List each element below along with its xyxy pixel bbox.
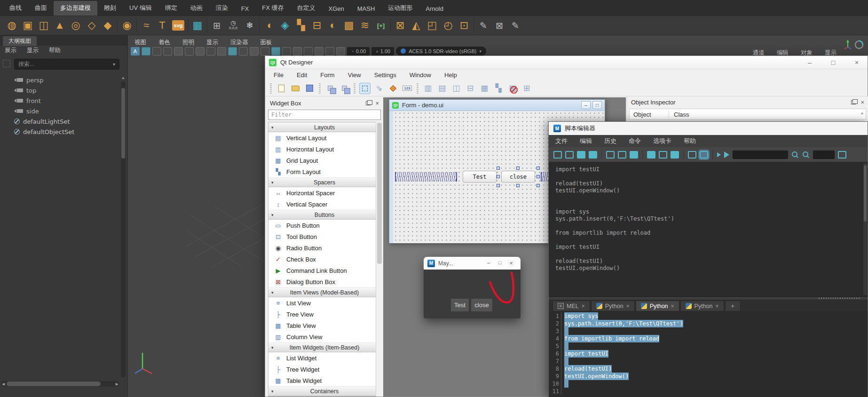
quad-draw-icon[interactable]: ▚ — [293, 18, 309, 33]
snap-origin-icon[interactable]: ◷ 0,0,0 — [225, 20, 242, 31]
widget-vertical-layout[interactable]: ▤Vertical Layout — [268, 132, 380, 143]
object-inspector-header[interactable]: Object Inspector × — [627, 96, 868, 108]
widget-vertical-spacer[interactable]: ↕Vertical Spacer — [268, 198, 380, 210]
widget-table-widget[interactable]: ▦Table Widget — [268, 375, 380, 386]
measure-brackets-icon[interactable]: [+] — [373, 18, 389, 33]
edit-widgets-tool[interactable] — [359, 83, 371, 94]
close-panel-icon[interactable]: × — [375, 100, 379, 107]
grid-snap-icon[interactable]: ▩ — [341, 18, 357, 33]
layout-vertical-splitter-icon[interactable]: ⊟ — [465, 83, 476, 94]
form-titlebar[interactable]: Qt Form - demo.ui – □ — [389, 100, 605, 111]
colorspace-dropdown[interactable]: ACES 1.0 SDR-video (sRGB) ▾ — [396, 47, 486, 56]
outliner-vscrollbar[interactable] — [121, 81, 126, 378]
tab-python-1[interactable]: Python × — [591, 301, 635, 311]
viewport-icon[interactable] — [282, 47, 291, 56]
viewport-icon[interactable] — [293, 47, 302, 56]
toolbar-handle[interactable] — [319, 83, 321, 94]
outliner-node-top[interactable]: top — [0, 85, 127, 95]
arc-tool-icon[interactable]: ◖ — [261, 18, 277, 33]
toolbar-handle[interactable] — [417, 83, 418, 94]
se-menu-file[interactable]: 文件 — [555, 137, 568, 145]
poly-cone-icon[interactable]: ▲ — [52, 18, 68, 33]
history-pane[interactable]: import testUI reload(testUI) testUI.open… — [549, 162, 868, 297]
edit-signals-slots-tool[interactable]: ⇘ — [373, 83, 385, 94]
widget-dialog-button-box[interactable]: ⊠Dialog Button Box — [268, 276, 380, 287]
ocean-icon[interactable]: ≋ — [357, 18, 373, 33]
resize-handle[interactable] — [516, 184, 520, 187]
outline-list-icon[interactable] — [838, 151, 846, 159]
scroll-right-icon[interactable]: ▶ — [116, 382, 118, 386]
qt-menu-window[interactable]: Window — [410, 71, 431, 79]
selected-widget-frame[interactable]: close — [497, 167, 540, 187]
curve-pencil-icon[interactable]: ✎ — [475, 18, 491, 33]
outliner-menu-display[interactable]: 显示 — [27, 47, 39, 55]
minimize-button[interactable]: – — [803, 59, 817, 66]
widget-horizontal-layout[interactable]: ▥Horizontal Layout — [268, 143, 380, 155]
qt-menu-settings[interactable]: Settings — [374, 71, 396, 79]
maya-menu-rigging[interactable]: 绑定 — [158, 1, 184, 16]
viewport-icon[interactable] — [152, 47, 161, 56]
line-numbers-icon[interactable] — [700, 151, 708, 159]
resize-handle[interactable] — [497, 167, 500, 170]
maya-menu-surfaces[interactable]: 曲面 — [28, 1, 54, 16]
scrollbar-thumb[interactable] — [377, 123, 382, 264]
viewport-menu-panels[interactable]: 面板 — [260, 39, 272, 47]
close-button[interactable]: × — [850, 59, 864, 66]
poly-cube-icon[interactable]: ▣ — [20, 18, 36, 33]
bookmark-icon[interactable] — [217, 47, 226, 56]
paste-icon[interactable] — [339, 83, 350, 94]
camera-gear-icon[interactable] — [206, 47, 215, 56]
scroll-up-icon[interactable]: ▲ — [860, 111, 864, 115]
show-both-icon[interactable] — [671, 151, 679, 159]
clear-all-icon[interactable] — [630, 151, 638, 159]
layout-horizontal-icon[interactable]: ▥ — [422, 83, 434, 94]
se-menu-history[interactable]: 历史 — [604, 137, 616, 145]
widget-box-scrollbar[interactable] — [376, 122, 382, 397]
exposure-field[interactable]: ◔0.00 — [347, 47, 370, 56]
resize-handle[interactable] — [516, 167, 520, 170]
layout-horizontal-splitter-icon[interactable]: ◫ — [450, 83, 462, 94]
save-to-shelf-icon[interactable] — [589, 151, 597, 159]
column-class[interactable]: Class — [669, 111, 689, 118]
viewport-icon[interactable] — [163, 47, 172, 56]
minimize-button[interactable]: – — [483, 260, 494, 267]
qt-menu-help[interactable]: Help — [444, 71, 457, 79]
viewport-icon[interactable] — [304, 47, 313, 56]
section-layouts[interactable]: ▾Layouts — [268, 122, 380, 132]
outliner-node-front[interactable]: front — [0, 95, 127, 106]
resize-handle[interactable] — [537, 167, 540, 170]
tab-python-2-active[interactable]: Python × — [636, 301, 679, 311]
close-tab-icon[interactable]: × — [716, 303, 719, 310]
widget-form-layout[interactable]: ▚Form Layout — [268, 166, 380, 177]
maya-menu-poly-modeling[interactable]: 多边形建模 — [54, 1, 97, 16]
goto-line-input[interactable] — [813, 151, 835, 159]
widget-command-link-button[interactable]: ▶Command Link Button — [268, 265, 380, 276]
viewport-icon[interactable] — [336, 47, 345, 56]
new-tab-button[interactable]: + — [725, 301, 741, 311]
qt-menu-file[interactable]: File — [274, 71, 284, 79]
show-input-icon[interactable] — [659, 151, 667, 159]
table-node-icon[interactable]: ▦ — [189, 18, 205, 33]
maya-menu-mash[interactable]: MASH — [351, 2, 382, 16]
move-tool-axis-icon[interactable] — [843, 40, 865, 50]
se-menu-edit[interactable]: 编辑 — [580, 137, 592, 145]
type-tool-icon[interactable]: T — [154, 18, 170, 33]
echo-commands-icon[interactable] — [688, 151, 696, 159]
viewport-icon[interactable] — [250, 47, 259, 56]
qt-menu-edit[interactable]: Edit — [297, 71, 307, 79]
se-menu-tabs[interactable]: 选项卡 — [653, 137, 671, 145]
widget-tree-view[interactable]: ├Tree View — [268, 309, 380, 320]
qt-designer-titlebar[interactable]: Qt Qt Designer – □ × — [265, 56, 868, 69]
layers-icon[interactable]: ◈ — [277, 18, 293, 33]
widget-push-button[interactable]: ▭Push Button — [268, 220, 380, 231]
curve-tool-icon[interactable]: ≈ — [138, 18, 154, 33]
viewport-icon[interactable] — [185, 47, 194, 56]
widget-horizontal-spacer[interactable]: ↔Horizontal Spacer — [268, 187, 380, 198]
section-item-widgets[interactable]: ▾Item Widgets (Item-Based) — [268, 342, 380, 352]
search-down-icon[interactable] — [791, 151, 799, 159]
chevron-down-icon[interactable]: ▾ — [113, 62, 115, 67]
edit-tab-order-tool[interactable]: 123 — [402, 83, 413, 94]
viewport-icon[interactable] — [325, 47, 334, 56]
execute-all-icon[interactable] — [724, 151, 729, 158]
layout-vertical-icon[interactable]: ▤ — [436, 83, 448, 94]
